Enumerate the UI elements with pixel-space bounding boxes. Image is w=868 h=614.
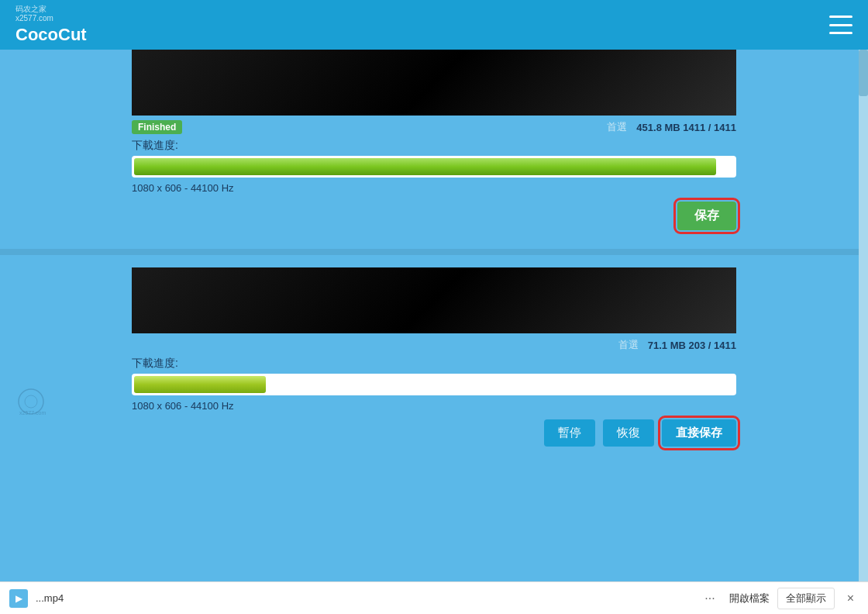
scrollbar-track	[859, 50, 868, 581]
preference-label-1: 首選	[607, 120, 627, 134]
svg-text:x2577.com: x2577.com	[19, 410, 46, 416]
video-thumb-inner-2	[132, 267, 736, 333]
open-file-button[interactable]: 開啟檔案	[729, 592, 770, 605]
progress-fill-2	[134, 376, 266, 393]
bottom-actions-2: 暫停 恢復 直接保存	[132, 419, 736, 447]
file-size-2: 71.1 MB 203 / 1411	[648, 340, 736, 351]
footer-filename: ...mp4	[36, 592, 691, 604]
video-thumbnail-2	[132, 267, 736, 333]
footer-more-options[interactable]: ···	[698, 592, 721, 605]
progress-label-1: 下載進度:	[132, 139, 736, 153]
svg-point-1	[25, 395, 37, 408]
file-size-1: 451.8 MB 1411 / 1411	[636, 122, 736, 133]
resolution-text-2: 1080 x 606 - 44100 Hz	[132, 400, 736, 412]
app-title: CocoCut	[16, 25, 87, 45]
status-row-1: Finished 首選 451.8 MB 1411 / 1411	[132, 116, 736, 139]
status-row-2: 首選 71.1 MB 203 / 1411	[132, 333, 736, 357]
hamburger-line	[829, 24, 852, 26]
header-left: 码农之家 x2577.com CocoCut	[16, 5, 87, 45]
progress-label-2: 下載進度:	[132, 357, 736, 371]
download-card-2: 首選 71.1 MB 203 / 1411 下載進度: 1080 x 606 -…	[0, 261, 868, 459]
download-card-1: Finished 首選 451.8 MB 1411 / 1411 下載進度: 1…	[0, 50, 868, 243]
main-content: Finished 首選 451.8 MB 1411 / 1411 下載進度: 1…	[0, 50, 868, 581]
resolution-text-1: 1080 x 606 - 44100 Hz	[132, 182, 736, 194]
action-row-1: 保存	[132, 202, 736, 230]
file-icon-symbol: ▶	[16, 593, 22, 604]
close-footer-button[interactable]: ×	[842, 592, 859, 605]
watermark-overlay: x2577.com	[16, 386, 78, 420]
footer-bar: ▶ ...mp4 ··· 開啟檔案 全部顯示 ×	[0, 581, 868, 614]
hamburger-line	[829, 16, 852, 18]
save-button-1[interactable]: 保存	[677, 202, 736, 230]
video-thumbnail-1	[132, 50, 736, 116]
finished-badge: Finished	[132, 120, 182, 134]
hamburger-line	[829, 32, 852, 34]
watermark-line2: x2577.com	[16, 14, 87, 23]
direct-save-button[interactable]: 直接保存	[662, 419, 736, 447]
hamburger-menu-button[interactable]	[829, 16, 852, 34]
video-thumb-inner-1	[132, 50, 736, 116]
card-divider	[0, 249, 868, 255]
progress-bar-container-2	[132, 374, 736, 395]
resume-button[interactable]: 恢復	[603, 419, 654, 447]
pause-button[interactable]: 暫停	[544, 419, 595, 447]
preference-label-2: 首選	[618, 338, 639, 352]
watermark-line1: 码农之家	[16, 5, 87, 14]
progress-fill-1	[134, 158, 716, 175]
progress-bar-container-1	[132, 156, 736, 178]
app-header: 码农之家 x2577.com CocoCut	[0, 0, 868, 50]
show-all-button[interactable]: 全部顯示	[777, 588, 835, 609]
file-type-icon: ▶	[9, 589, 28, 608]
scrollbar-thumb[interactable]	[859, 50, 868, 96]
